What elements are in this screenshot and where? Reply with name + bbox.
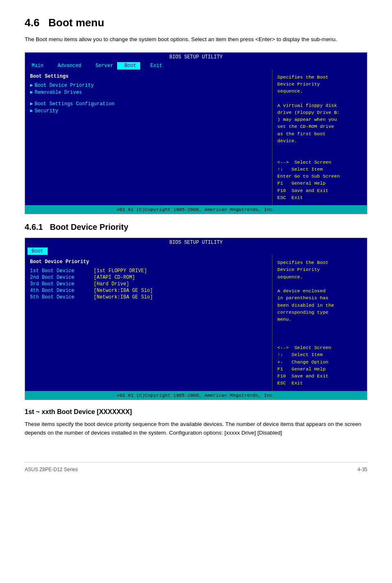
bios-right-1: Specifies the Boot Device Priority seque…: [272, 69, 367, 206]
tab-exit[interactable]: Exit: [140, 62, 166, 69]
bios-item-removable-drives[interactable]: ► Removable Drives: [30, 90, 267, 95]
footer-right: 4-35: [357, 467, 367, 472]
bios-left-1: Boot Settings ► Boot Device Priority ► R…: [25, 69, 272, 206]
subsection-title-461: 4.6.1 Boot Device Priority: [25, 222, 367, 232]
bios-section-header-2: Boot Device Priority: [30, 259, 267, 265]
help-text-1: Specifies the Boot Device Priority seque…: [277, 74, 362, 201]
row-value-2nd: [ATAPI CD-ROM]: [94, 275, 135, 280]
bios-title-1: BIOS SETUP UTILITY: [25, 53, 367, 61]
bios-section-header-1: Boot Settings: [30, 74, 267, 79]
arrow-icon-2: ►: [30, 90, 33, 95]
page-footer: ASUS Z8PE-D12 Series 4-35: [25, 462, 367, 472]
row-label-2nd: 2nd Boot Device: [30, 275, 94, 280]
row-label-3rd: 3rd Boot Device: [30, 281, 94, 287]
bios-item-boot-settings-config[interactable]: ► Boot Settings Configuration: [30, 101, 267, 107]
bios-tabs-2: Boot: [25, 246, 367, 255]
bios-row-3rd[interactable]: 3rd Boot Device [Hard Drive]: [30, 281, 267, 287]
item-label: Removable Drives: [35, 90, 82, 95]
tab-main[interactable]: Main: [28, 62, 48, 69]
footer-left: ASUS Z8PE-D12 Series: [25, 467, 78, 472]
bios-footer-2: v02.61 (C)Copyright 1985-2008, American …: [25, 391, 367, 400]
bios-body-1: Boot Settings ► Boot Device Priority ► R…: [25, 69, 367, 206]
bios-title-2: BIOS SETUP UTILITY: [25, 238, 367, 246]
help-text-2: Specifies the Boot Device Priority seque…: [277, 259, 362, 387]
bios-left-2: Boot Device Priority 1st Boot Device [1s…: [25, 255, 272, 391]
item-label: Security: [35, 108, 58, 114]
tab-server[interactable]: Server: [85, 62, 118, 69]
bios-item-boot-device-priority[interactable]: ► Boot Device Priority: [30, 83, 267, 88]
arrow-icon-3: ►: [30, 101, 33, 107]
row-label-4th: 4th Boot Device: [30, 288, 94, 294]
tab-boot[interactable]: Boot: [117, 62, 140, 69]
subsubsection-title: 1st ~ xxth Boot Device [XXXXXXX]: [25, 408, 367, 416]
bios-screen-1: BIOS SETUP UTILITY Main Advanced Server …: [25, 52, 367, 215]
row-label-1st: 1st Boot Device: [30, 268, 94, 274]
bios-row-4th[interactable]: 4th Boot Device [Network:IBA GE Slo]: [30, 288, 267, 294]
section-title: 4.6 Boot menu: [25, 16, 367, 29]
intro-paragraph: The Boot menu items allow you to change …: [25, 35, 367, 44]
arrow-icon-4: ►: [30, 108, 33, 114]
tab-boot-2[interactable]: Boot: [28, 248, 48, 255]
row-value-3rd: [Hard Drive]: [94, 281, 129, 287]
row-value-1st: [1st FLOPPY DRIVE]: [94, 268, 147, 274]
bios-row-1st[interactable]: 1st Boot Device [1st FLOPPY DRIVE]: [30, 268, 267, 274]
subsubsection-text: These items specify the boot device prio…: [25, 420, 367, 437]
tab-advanced[interactable]: Advanced: [48, 62, 85, 69]
bios-right-2: Specifies the Boot Device Priority seque…: [272, 255, 367, 391]
row-label-5th: 5th Boot Device: [30, 294, 94, 300]
item-label: Boot Device Priority: [35, 83, 94, 88]
arrow-icon-1: ►: [30, 83, 33, 88]
row-value-4th: [Network:IBA GE Slo]: [94, 288, 153, 294]
bios-row-2nd[interactable]: 2nd Boot Device [ATAPI CD-ROM]: [30, 275, 267, 280]
bios-body-2: Boot Device Priority 1st Boot Device [1s…: [25, 255, 367, 391]
bios-item-security[interactable]: ► Security: [30, 108, 267, 114]
bios-tabs-1: Main Advanced Server Boot Exit: [25, 61, 367, 69]
row-value-5th: [Network:IBA GE Slo]: [94, 294, 153, 300]
item-label: Boot Settings Configuration: [35, 101, 114, 107]
bios-footer-1: v02.61 (C)Copyright 1985-2008, American …: [25, 205, 367, 214]
bios-screen-2: BIOS SETUP UTILITY Boot Boot Device Prio…: [25, 238, 367, 400]
bios-row-5th[interactable]: 5th Boot Device [Network:IBA GE Slo]: [30, 294, 267, 300]
